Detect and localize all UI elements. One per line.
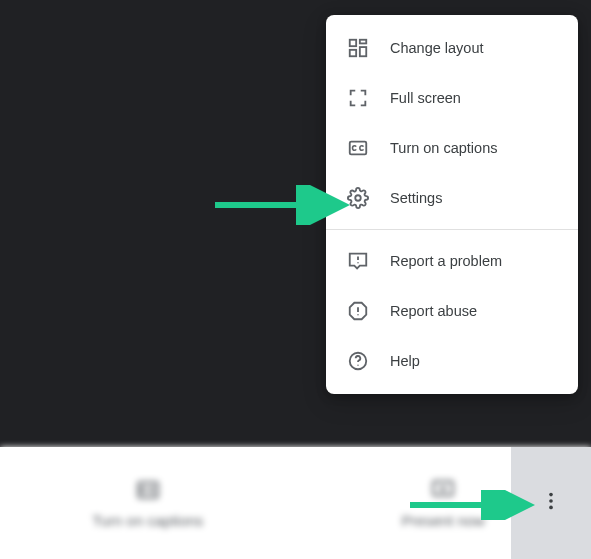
feedback-icon [346, 249, 370, 273]
captions-icon [135, 477, 161, 506]
svg-rect-2 [360, 47, 366, 56]
present-button-label: Present now [402, 512, 485, 529]
svg-point-14 [549, 493, 553, 497]
menu-item-label: Help [390, 353, 420, 369]
menu-item-label: Settings [390, 190, 442, 206]
svg-point-7 [357, 262, 358, 263]
more-options-menu: Change layout Full screen Turn on captio… [326, 15, 578, 394]
fullscreen-icon [346, 86, 370, 110]
svg-rect-3 [350, 50, 356, 56]
svg-point-11 [357, 364, 358, 365]
menu-item-report-problem[interactable]: Report a problem [326, 236, 578, 286]
menu-item-help[interactable]: Help [326, 336, 578, 386]
help-icon [346, 349, 370, 373]
gear-icon [346, 186, 370, 210]
more-vert-icon [540, 490, 562, 516]
layout-icon [346, 36, 370, 60]
menu-item-turn-on-captions[interactable]: Turn on captions [326, 123, 578, 173]
captions-button[interactable]: Turn on captions [0, 447, 296, 559]
menu-item-report-abuse[interactable]: Report abuse [326, 286, 578, 336]
report-icon [346, 299, 370, 323]
menu-item-settings[interactable]: Settings [326, 173, 578, 223]
menu-item-label: Report abuse [390, 303, 477, 319]
captions-button-label: Turn on captions [92, 512, 203, 529]
menu-item-label: Full screen [390, 90, 461, 106]
svg-rect-0 [350, 40, 356, 46]
svg-point-15 [549, 499, 553, 503]
present-icon [430, 477, 456, 506]
menu-item-change-layout[interactable]: Change layout [326, 23, 578, 73]
more-options-button[interactable] [511, 447, 591, 559]
captions-icon [346, 136, 370, 160]
svg-rect-1 [360, 40, 366, 44]
menu-divider [326, 229, 578, 230]
svg-point-9 [357, 314, 358, 315]
bottom-bar: Turn on captions Present now [0, 447, 591, 559]
svg-point-16 [549, 506, 553, 510]
menu-item-label: Change layout [390, 40, 484, 56]
menu-item-label: Turn on captions [390, 140, 497, 156]
menu-item-label: Report a problem [390, 253, 502, 269]
svg-point-5 [355, 195, 361, 201]
menu-item-full-screen[interactable]: Full screen [326, 73, 578, 123]
